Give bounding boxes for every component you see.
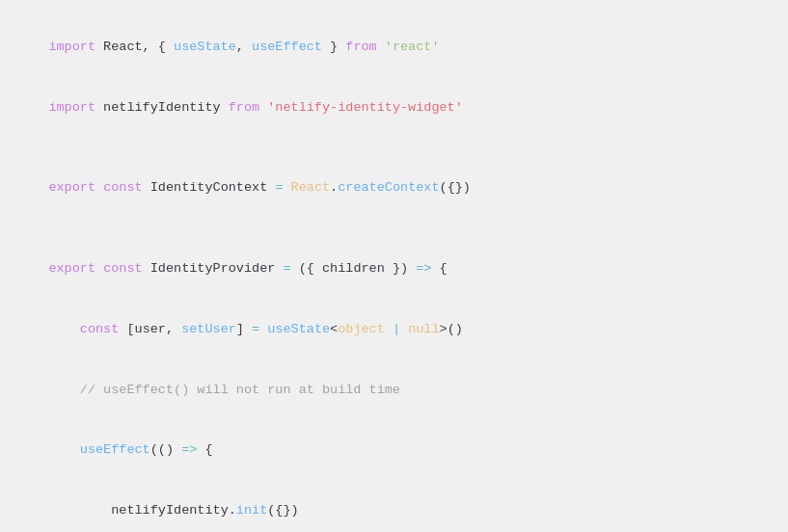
code-line-2: import netlifyIdentity from 'netlify-ide… bbox=[17, 78, 769, 139]
code-line-6: export const IdentityProvider = ({ child… bbox=[17, 239, 769, 300]
code-line-1: import React, { useState, useEffect } fr… bbox=[17, 17, 769, 78]
code-editor: import React, { useState, useEffect } fr… bbox=[0, 0, 788, 532]
code-line-4: export const IdentityContext = React.cre… bbox=[17, 158, 769, 219]
code-line-7: const [user, setUser] = useState<object … bbox=[17, 300, 769, 360]
code-line-10: netlifyIdentity.init({}) bbox=[17, 481, 769, 532]
code-line-empty-2 bbox=[17, 219, 769, 239]
code-line-9: useEffect(() => { bbox=[17, 420, 769, 481]
code-line-empty-1 bbox=[17, 139, 769, 159]
code-line-8: // useEffect() will not run at build tim… bbox=[17, 360, 769, 421]
